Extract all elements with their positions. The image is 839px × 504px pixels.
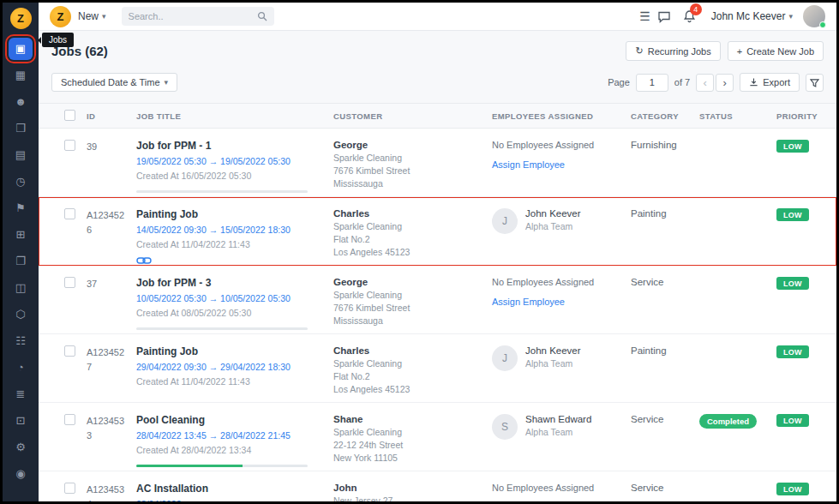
job-schedule-dates: 19/05/2022 05:30 → 19/05/2022 05:30 bbox=[136, 156, 333, 166]
next-page-button[interactable]: › bbox=[716, 74, 734, 92]
job-title-link[interactable]: Job for PPM - 1 bbox=[136, 140, 333, 152]
sidebar-item-reports[interactable]: ≣ bbox=[9, 383, 33, 405]
sidebar-item-customers[interactable]: ☻ bbox=[9, 91, 33, 113]
col-customer: CUSTOMER bbox=[333, 111, 492, 121]
sidebar-item-contracts[interactable]: ▤ bbox=[9, 144, 33, 166]
table-toolbar: Scheduled Date & Time ▾ Page of 7 ‹ › Ex… bbox=[39, 64, 836, 92]
create-new-job-button[interactable]: + Create New Job bbox=[728, 41, 824, 61]
col-priority: PRIORITY bbox=[776, 111, 836, 121]
chat-bubble-icon bbox=[657, 10, 671, 23]
list-view-icon[interactable]: ☰ bbox=[639, 9, 650, 23]
filter-button[interactable] bbox=[806, 74, 824, 92]
row-checkbox[interactable] bbox=[64, 414, 75, 425]
employee-avatar: S bbox=[492, 414, 518, 440]
sidebar-item-teams[interactable]: ☷ bbox=[9, 330, 33, 352]
customer-name: Charles bbox=[333, 208, 492, 219]
priority-badge: LOW bbox=[776, 208, 809, 221]
job-created-at: Created At 11/04/2022 11:43 bbox=[136, 239, 333, 249]
employee-team: Alpha Team bbox=[525, 221, 581, 231]
jobs-table: ID JOB TITLE CUSTOMER EMPLOYEES ASSIGNED… bbox=[39, 103, 836, 501]
job-category: Furnishing bbox=[631, 129, 699, 196]
page-header: Jobs (62) ↻ Recurring Jobs + Create New … bbox=[39, 31, 836, 64]
job-category: Painting bbox=[631, 197, 699, 265]
sidebar-nav: ▣▦☻❒▤◷⚑⊞❐◫⬡☷◔≣⊡⚙◉ bbox=[9, 35, 33, 487]
sidebar-item-services[interactable]: ⬡ bbox=[9, 303, 33, 326]
no-employees-block: No Employees Assigned Assign Employee bbox=[492, 277, 631, 307]
customer-address-2: Los Angeles 45123 bbox=[333, 384, 492, 394]
job-created-at: Created At 11/04/2022 11:43 bbox=[136, 376, 333, 387]
sidebar-item-devices[interactable]: ⊡ bbox=[9, 410, 33, 432]
app-window: Z ▣▦☻❒▤◷⚑⊞❐◫⬡☷◔≣⊡⚙◉ Jobs Z New ▾ ☰ bbox=[0, 0, 839, 504]
row-checkbox[interactable] bbox=[64, 345, 75, 357]
brand-logo[interactable]: Z bbox=[10, 8, 32, 29]
row-checkbox[interactable] bbox=[64, 208, 75, 219]
select-all-checkbox[interactable] bbox=[64, 110, 75, 121]
jobs-table-body: 39 Job for PPM - 1 19/05/2022 05:30 → 19… bbox=[39, 129, 836, 501]
power-icon: ◉ bbox=[15, 468, 25, 479]
sidebar-item-tags[interactable]: ⚑ bbox=[9, 197, 33, 219]
job-category: Service bbox=[631, 266, 699, 333]
jobs-page: Jobs (62) ↻ Recurring Jobs + Create New … bbox=[39, 31, 836, 501]
sidebar-item-jobs[interactable]: ▣ bbox=[9, 38, 33, 60]
customer-company: Sparkle Cleaning bbox=[333, 427, 492, 437]
page-number-input[interactable] bbox=[636, 74, 668, 92]
job-id: A1234526 bbox=[87, 197, 136, 265]
sidebar-item-timer[interactable]: ◔ bbox=[9, 357, 33, 379]
job-schedule-dates: 14/05/2022 09:30 → 15/05/2022 18:30 bbox=[136, 225, 333, 235]
brand-logo-topbar[interactable]: Z bbox=[50, 6, 71, 27]
sidebar-item-inventory[interactable]: ◫ bbox=[9, 277, 33, 299]
export-label: Export bbox=[763, 77, 790, 87]
priority-badge: LOW bbox=[776, 414, 809, 427]
refresh-icon: ↻ bbox=[635, 45, 643, 57]
chat-icon[interactable] bbox=[657, 10, 671, 23]
sidebar-item-timesheets[interactable]: ◷ bbox=[9, 171, 33, 193]
chevron-down-icon: ▾ bbox=[788, 12, 793, 21]
job-id: 37 bbox=[87, 266, 136, 333]
online-status-dot bbox=[819, 21, 826, 28]
jobs-tooltip: Jobs bbox=[42, 33, 74, 47]
job-schedule-dates: 28/04/2022 13:45 → 28/04/2022 21:45 bbox=[136, 430, 333, 441]
user-name: John Mc Keever bbox=[711, 10, 786, 22]
row-checkbox[interactable] bbox=[64, 140, 75, 151]
table-row: A1234534 AC Installation 28/04/2022 John… bbox=[39, 471, 836, 501]
job-title-link[interactable]: Painting Job bbox=[136, 208, 333, 220]
search-input[interactable] bbox=[129, 11, 257, 21]
user-avatar[interactable] bbox=[803, 5, 825, 27]
sidebar-item-calendar[interactable]: ▦ bbox=[9, 64, 33, 87]
create-new-job-label: Create New Job bbox=[746, 46, 814, 57]
row-checkbox[interactable] bbox=[64, 483, 75, 494]
status-badge: Completed bbox=[699, 414, 757, 429]
no-employees-text: No Employees Assigned bbox=[492, 483, 631, 493]
sidebar-item-power[interactable]: ◉ bbox=[9, 463, 33, 485]
prev-page-button[interactable]: ‹ bbox=[696, 74, 714, 92]
projects-icon: ❐ bbox=[15, 255, 26, 267]
job-title-link[interactable]: Painting Job bbox=[136, 345, 333, 357]
job-created-at: Created At 16/05/2022 05:30 bbox=[136, 171, 333, 181]
assign-employee-link[interactable]: Assign Employee bbox=[492, 159, 565, 170]
employee-avatar: J bbox=[492, 208, 518, 234]
user-menu[interactable]: John Mc Keever ▾ bbox=[711, 10, 793, 22]
customer-name: George bbox=[333, 277, 492, 287]
job-title-link[interactable]: AC Installation bbox=[136, 483, 333, 495]
notifications-bell[interactable]: 4 bbox=[683, 9, 696, 23]
customer-name: Charles bbox=[333, 345, 492, 356]
col-id: ID bbox=[87, 111, 136, 121]
notification-badge: 4 bbox=[690, 3, 702, 15]
sidebar-item-settings[interactable]: ⚙ bbox=[9, 436, 33, 459]
job-title-link[interactable]: Pool Cleaning bbox=[136, 414, 333, 426]
sidebar-item-apps[interactable]: ⊞ bbox=[9, 224, 33, 246]
sort-dropdown[interactable]: Scheduled Date & Time ▾ bbox=[51, 73, 177, 92]
recurring-jobs-button[interactable]: ↻ Recurring Jobs bbox=[626, 41, 720, 61]
sidebar-item-invoices[interactable]: ❒ bbox=[9, 117, 33, 140]
customer-address-1: 22-12 24th Street bbox=[333, 440, 492, 450]
row-checkbox[interactable] bbox=[64, 277, 75, 288]
customer-address-1: 7676 Kimbel Street bbox=[333, 165, 492, 176]
settings-icon: ⚙ bbox=[15, 441, 26, 453]
job-title-link[interactable]: Job for PPM - 3 bbox=[136, 277, 333, 289]
export-button[interactable]: Export bbox=[740, 73, 800, 92]
assign-employee-link[interactable]: Assign Employee bbox=[492, 297, 565, 307]
new-dropdown[interactable]: New ▾ bbox=[78, 10, 106, 22]
filter-funnel-icon bbox=[810, 78, 819, 87]
sidebar-item-projects[interactable]: ❐ bbox=[9, 250, 33, 273]
inventory-icon: ◫ bbox=[15, 282, 26, 293]
